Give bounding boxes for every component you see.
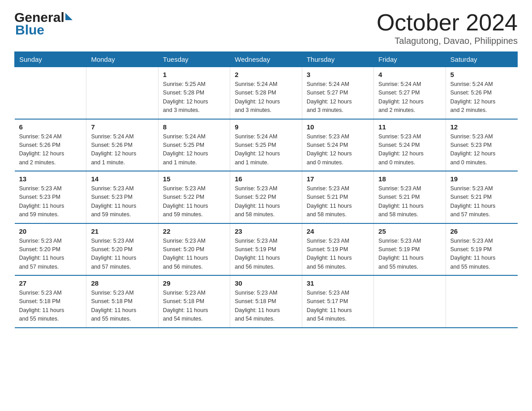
calendar-cell: 18Sunrise: 5:23 AM Sunset: 5:21 PM Dayli…	[374, 171, 446, 223]
weekday-header: Sunday	[15, 52, 86, 67]
day-number: 11	[378, 123, 441, 131]
weekday-header: Saturday	[446, 52, 517, 67]
calendar-cell: 24Sunrise: 5:23 AM Sunset: 5:19 PM Dayli…	[302, 223, 373, 276]
calendar-cell: 26Sunrise: 5:23 AM Sunset: 5:19 PM Dayli…	[446, 223, 517, 276]
day-info: Sunrise: 5:23 AM Sunset: 5:23 PM Dayligh…	[19, 184, 82, 219]
calendar-cell	[86, 67, 158, 119]
month-title: October 2024	[377, 11, 518, 34]
day-number: 9	[235, 123, 297, 131]
calendar-cell: 9Sunrise: 5:24 AM Sunset: 5:25 PM Daylig…	[230, 119, 302, 171]
calendar-cell: 12Sunrise: 5:23 AM Sunset: 5:23 PM Dayli…	[446, 119, 517, 171]
day-info: Sunrise: 5:25 AM Sunset: 5:28 PM Dayligh…	[163, 80, 225, 115]
day-info: Sunrise: 5:23 AM Sunset: 5:18 PM Dayligh…	[19, 289, 82, 324]
day-info: Sunrise: 5:24 AM Sunset: 5:26 PM Dayligh…	[91, 133, 153, 167]
calendar-row: 20Sunrise: 5:23 AM Sunset: 5:20 PM Dayli…	[15, 223, 518, 276]
weekday-header: Monday	[86, 52, 158, 67]
calendar-row: 6Sunrise: 5:24 AM Sunset: 5:26 PM Daylig…	[15, 119, 518, 171]
day-number: 13	[19, 175, 82, 183]
calendar-cell: 22Sunrise: 5:23 AM Sunset: 5:20 PM Dayli…	[158, 223, 230, 276]
calendar-body: 1Sunrise: 5:25 AM Sunset: 5:28 PM Daylig…	[15, 67, 518, 328]
day-info: Sunrise: 5:24 AM Sunset: 5:27 PM Dayligh…	[378, 80, 441, 115]
day-info: Sunrise: 5:24 AM Sunset: 5:27 PM Dayligh…	[307, 80, 369, 115]
day-info: Sunrise: 5:23 AM Sunset: 5:19 PM Dayligh…	[307, 237, 369, 272]
day-info: Sunrise: 5:23 AM Sunset: 5:19 PM Dayligh…	[378, 237, 441, 272]
day-number: 26	[450, 227, 513, 235]
calendar-cell: 20Sunrise: 5:23 AM Sunset: 5:20 PM Dayli…	[15, 223, 86, 276]
day-info: Sunrise: 5:23 AM Sunset: 5:21 PM Dayligh…	[450, 184, 513, 219]
day-number: 4	[378, 71, 441, 78]
day-info: Sunrise: 5:24 AM Sunset: 5:26 PM Dayligh…	[450, 80, 513, 115]
calendar-cell: 11Sunrise: 5:23 AM Sunset: 5:24 PM Dayli…	[374, 119, 446, 171]
day-number: 24	[307, 227, 369, 235]
calendar-cell: 31Sunrise: 5:23 AM Sunset: 5:17 PM Dayli…	[302, 275, 373, 328]
calendar-cell: 3Sunrise: 5:24 AM Sunset: 5:27 PM Daylig…	[302, 67, 373, 119]
logo-arrow-icon	[65, 13, 73, 20]
day-info: Sunrise: 5:23 AM Sunset: 5:23 PM Dayligh…	[91, 184, 153, 219]
calendar-cell: 28Sunrise: 5:23 AM Sunset: 5:18 PM Dayli…	[86, 275, 158, 328]
day-number: 15	[163, 175, 225, 183]
calendar-cell: 23Sunrise: 5:23 AM Sunset: 5:19 PM Dayli…	[230, 223, 302, 276]
calendar-cell: 25Sunrise: 5:23 AM Sunset: 5:19 PM Dayli…	[374, 223, 446, 276]
day-info: Sunrise: 5:23 AM Sunset: 5:19 PM Dayligh…	[450, 237, 513, 272]
day-number: 20	[19, 227, 82, 235]
calendar-cell: 1Sunrise: 5:25 AM Sunset: 5:28 PM Daylig…	[158, 67, 230, 119]
weekday-header: Thursday	[302, 52, 373, 67]
day-info: Sunrise: 5:23 AM Sunset: 5:23 PM Dayligh…	[450, 133, 513, 167]
day-info: Sunrise: 5:23 AM Sunset: 5:18 PM Dayligh…	[163, 289, 225, 324]
logo-blue-text: Blue	[14, 23, 73, 37]
day-number: 21	[91, 227, 153, 235]
logo: General Blue	[14, 11, 73, 37]
day-number: 8	[163, 123, 225, 131]
day-number: 10	[307, 123, 369, 131]
day-info: Sunrise: 5:23 AM Sunset: 5:20 PM Dayligh…	[91, 237, 153, 272]
title-section: October 2024 Talagutong, Davao, Philippi…	[377, 11, 518, 46]
calendar-cell	[374, 275, 446, 328]
calendar-cell: 16Sunrise: 5:23 AM Sunset: 5:22 PM Dayli…	[230, 171, 302, 223]
day-info: Sunrise: 5:23 AM Sunset: 5:17 PM Dayligh…	[307, 289, 369, 324]
weekday-header: Tuesday	[158, 52, 230, 67]
day-info: Sunrise: 5:24 AM Sunset: 5:25 PM Dayligh…	[163, 133, 225, 167]
day-info: Sunrise: 5:23 AM Sunset: 5:22 PM Dayligh…	[235, 184, 297, 219]
day-info: Sunrise: 5:24 AM Sunset: 5:28 PM Dayligh…	[235, 80, 297, 115]
calendar-cell: 15Sunrise: 5:23 AM Sunset: 5:22 PM Dayli…	[158, 171, 230, 223]
calendar-cell: 21Sunrise: 5:23 AM Sunset: 5:20 PM Dayli…	[86, 223, 158, 276]
day-number: 14	[91, 175, 153, 183]
calendar-cell: 17Sunrise: 5:23 AM Sunset: 5:21 PM Dayli…	[302, 171, 373, 223]
day-info: Sunrise: 5:23 AM Sunset: 5:21 PM Dayligh…	[307, 184, 369, 219]
calendar-cell: 2Sunrise: 5:24 AM Sunset: 5:28 PM Daylig…	[230, 67, 302, 119]
calendar-cell: 13Sunrise: 5:23 AM Sunset: 5:23 PM Dayli…	[15, 171, 86, 223]
day-number: 12	[450, 123, 513, 131]
calendar-table: SundayMondayTuesdayWednesdayThursdayFrid…	[14, 51, 518, 328]
day-number: 5	[450, 71, 513, 78]
day-number: 6	[19, 123, 82, 131]
weekday-row: SundayMondayTuesdayWednesdayThursdayFrid…	[15, 52, 518, 67]
day-number: 27	[19, 279, 82, 287]
day-number: 30	[235, 279, 297, 287]
day-number: 2	[235, 71, 297, 78]
day-number: 19	[450, 175, 513, 183]
calendar-cell: 5Sunrise: 5:24 AM Sunset: 5:26 PM Daylig…	[446, 67, 517, 119]
day-number: 29	[163, 279, 225, 287]
calendar-cell: 19Sunrise: 5:23 AM Sunset: 5:21 PM Dayli…	[446, 171, 517, 223]
page-header: General Blue October 2024 Talagutong, Da…	[14, 11, 518, 46]
day-info: Sunrise: 5:24 AM Sunset: 5:25 PM Dayligh…	[235, 133, 297, 167]
day-number: 1	[163, 71, 225, 78]
calendar-cell: 30Sunrise: 5:23 AM Sunset: 5:18 PM Dayli…	[230, 275, 302, 328]
location-title: Talagutong, Davao, Philippines	[377, 36, 518, 46]
day-info: Sunrise: 5:23 AM Sunset: 5:19 PM Dayligh…	[235, 237, 297, 272]
calendar-cell: 10Sunrise: 5:23 AM Sunset: 5:24 PM Dayli…	[302, 119, 373, 171]
day-info: Sunrise: 5:23 AM Sunset: 5:20 PM Dayligh…	[19, 237, 82, 272]
day-number: 16	[235, 175, 297, 183]
day-number: 17	[307, 175, 369, 183]
day-number: 28	[91, 279, 153, 287]
calendar-cell: 14Sunrise: 5:23 AM Sunset: 5:23 PM Dayli…	[86, 171, 158, 223]
calendar-cell	[15, 67, 86, 119]
day-info: Sunrise: 5:24 AM Sunset: 5:26 PM Dayligh…	[19, 133, 82, 167]
day-info: Sunrise: 5:23 AM Sunset: 5:24 PM Dayligh…	[378, 133, 441, 167]
day-info: Sunrise: 5:23 AM Sunset: 5:20 PM Dayligh…	[163, 237, 225, 272]
day-info: Sunrise: 5:23 AM Sunset: 5:22 PM Dayligh…	[163, 184, 225, 219]
calendar-cell: 6Sunrise: 5:24 AM Sunset: 5:26 PM Daylig…	[15, 119, 86, 171]
day-number: 3	[307, 71, 369, 78]
day-info: Sunrise: 5:23 AM Sunset: 5:21 PM Dayligh…	[378, 184, 441, 219]
calendar-row: 13Sunrise: 5:23 AM Sunset: 5:23 PM Dayli…	[15, 171, 518, 223]
